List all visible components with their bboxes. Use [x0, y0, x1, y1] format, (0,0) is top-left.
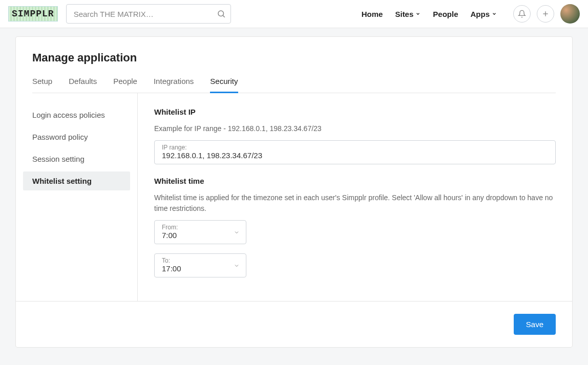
content-panel: Whitelist IP Example for IP range - 192.…	[138, 93, 572, 301]
top-header: SIMPPLR Home Sites People Apps	[0, 0, 588, 28]
from-time-value: 7:00	[162, 231, 239, 240]
tab-setup[interactable]: Setup	[32, 77, 52, 93]
chevron-down-icon	[234, 229, 240, 235]
tab-security[interactable]: Security	[210, 77, 238, 93]
chevron-down-icon	[415, 11, 421, 16]
add-button[interactable]	[537, 5, 554, 23]
save-button[interactable]: Save	[514, 314, 556, 335]
to-time-value: 17:00	[162, 264, 239, 273]
sidebar-item-login-access[interactable]: Login access policies	[23, 105, 130, 124]
plus-icon	[541, 10, 550, 18]
page-title: Manage application	[32, 51, 556, 65]
to-time-select[interactable]: To: 17:00	[154, 253, 246, 277]
manage-application-card: Manage application Setup Defaults People…	[15, 36, 573, 348]
avatar[interactable]	[560, 4, 580, 24]
from-time-select[interactable]: From: 7:00	[154, 220, 246, 244]
logo[interactable]: SIMPPLR	[8, 6, 58, 22]
nav-apps-label: Apps	[471, 10, 490, 18]
card-footer: Save	[16, 301, 572, 347]
page-wrapper: Manage application Setup Defaults People…	[0, 28, 588, 356]
search-wrap	[66, 4, 231, 24]
search-input[interactable]	[66, 4, 231, 24]
card-body: Login access policies Password policy Se…	[16, 93, 572, 301]
nav-sites[interactable]: Sites	[395, 10, 421, 18]
ip-range-label: IP range:	[162, 144, 548, 151]
whitelist-time-section: Whitelist time Whitelist time is applied…	[154, 177, 556, 277]
tab-defaults[interactable]: Defaults	[69, 77, 97, 93]
sidebar-item-whitelist-setting[interactable]: Whitelist setting	[23, 171, 130, 190]
ip-range-input[interactable]	[162, 151, 548, 160]
nav-home[interactable]: Home	[362, 10, 383, 18]
nav-icons	[513, 4, 580, 24]
whitelist-time-helper: Whitelist time is applied for the timezo…	[154, 192, 556, 214]
notifications-button[interactable]	[513, 5, 531, 23]
ip-range-field[interactable]: IP range:	[154, 140, 556, 164]
from-time-label: From:	[162, 224, 239, 231]
whitelist-ip-example: Example for IP range - 192.168.0.1, 198.…	[154, 123, 556, 134]
nav-people[interactable]: People	[433, 10, 458, 18]
chevron-down-icon	[234, 263, 240, 269]
nav-apps[interactable]: Apps	[471, 10, 497, 18]
tab-people[interactable]: People	[113, 77, 137, 93]
to-time-label: To:	[162, 257, 239, 264]
whitelist-ip-title: Whitelist IP	[154, 108, 556, 116]
chevron-down-icon	[492, 11, 497, 16]
whitelist-time-title: Whitelist time	[154, 177, 556, 185]
sidebar-item-session-setting[interactable]: Session setting	[23, 149, 130, 168]
tab-integrations[interactable]: Integrations	[154, 77, 194, 93]
card-header: Manage application Setup Defaults People…	[16, 37, 572, 93]
security-sidebar: Login access policies Password policy Se…	[16, 93, 138, 301]
top-nav: Home Sites People Apps	[362, 4, 580, 24]
sidebar-item-password-policy[interactable]: Password policy	[23, 127, 130, 146]
tabs: Setup Defaults People Integrations Secur…	[32, 77, 556, 93]
bell-icon	[518, 10, 526, 18]
nav-sites-label: Sites	[395, 10, 413, 18]
